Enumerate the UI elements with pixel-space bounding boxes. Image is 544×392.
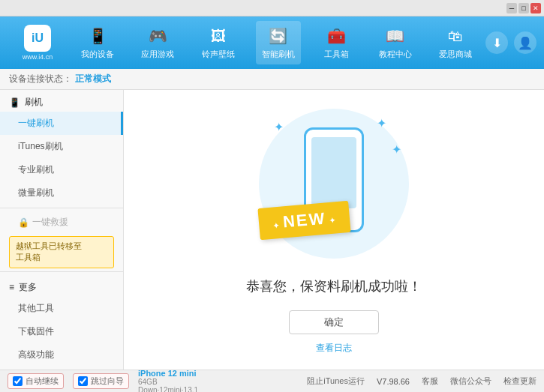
sidebar-item-advanced[interactable]: 高级功能 bbox=[0, 343, 123, 367]
maximize-button[interactable]: □ bbox=[518, 3, 529, 13]
flash-section-title: 刷机 bbox=[25, 96, 43, 109]
nav-smart-flash-label: 智能刷机 bbox=[262, 49, 295, 60]
sidebar-item-other-tools[interactable]: 其他工具 bbox=[0, 297, 123, 320]
header-actions: ⬇ 👤 bbox=[485, 31, 536, 54]
ringtone-icon: 🖼 bbox=[208, 25, 229, 46]
sidebar-section-flash: 📱 刷机 bbox=[0, 90, 123, 112]
bottom-left: 自动继续 跳过向导 iPhone 12 mini 64GB Down·12min… bbox=[8, 369, 307, 393]
sparkle-3: ✦ bbox=[392, 142, 401, 157]
nav-smart-flash[interactable]: 🔄 智能刷机 bbox=[256, 21, 301, 64]
logo[interactable]: iU www.i4.cn bbox=[8, 25, 68, 61]
skip-wizard-group: 跳过向导 bbox=[73, 373, 129, 389]
logo-icon: iU bbox=[24, 25, 51, 52]
nav-store[interactable]: 🛍 爱思商城 bbox=[433, 21, 478, 64]
header: iU www.i4.cn 📱 我的设备 🎮 应用游戏 🖼 铃声壁纸 🔄 智能刷机… bbox=[0, 16, 544, 69]
toolbox-icon: 🧰 bbox=[326, 25, 347, 46]
sparkle-2: ✦ bbox=[377, 116, 386, 130]
version-text: V7.98.66 bbox=[377, 377, 410, 386]
nav-tutorial[interactable]: 📖 教程中心 bbox=[373, 21, 418, 64]
auto-flash-checkbox[interactable] bbox=[13, 376, 23, 386]
minimize-button[interactable]: ─ bbox=[506, 3, 517, 13]
device-info: iPhone 12 mini 64GB Down·12mini·13,1 bbox=[138, 369, 198, 393]
stop-itunes-link[interactable]: 阻止iTunes运行 bbox=[307, 376, 365, 387]
more-section-title: 更多 bbox=[19, 281, 37, 294]
sparkle-1: ✦ bbox=[274, 120, 284, 134]
nav-bar: 📱 我的设备 🎮 应用游戏 🖼 铃声壁纸 🔄 智能刷机 🧰 工具箱 📖 教程中心… bbox=[68, 21, 485, 64]
download-button[interactable]: ⬇ bbox=[485, 31, 508, 54]
device-name: iPhone 12 mini bbox=[138, 369, 198, 378]
nav-store-label: 爱思商城 bbox=[439, 49, 472, 60]
sidebar-note-jailbreak: 越狱工具已转移至工具箱 bbox=[9, 236, 114, 268]
store-icon: 🛍 bbox=[445, 25, 466, 46]
flash-section-icon: 📱 bbox=[9, 97, 20, 108]
account-button[interactable]: 👤 bbox=[514, 31, 536, 54]
check-update-link[interactable]: 检查更新 bbox=[503, 376, 536, 387]
bottom-right: 阻止iTunes运行 V7.98.66 客服 微信公众号 检查更新 bbox=[307, 376, 536, 387]
success-message: 恭喜您，保资料刷机成功啦！ bbox=[246, 277, 422, 295]
more-section-icon: ≡ bbox=[9, 282, 14, 292]
wechat-link[interactable]: 微信公众号 bbox=[450, 376, 491, 387]
phone-screen bbox=[311, 137, 356, 208]
sidebar-item-download-firmware[interactable]: 下载固件 bbox=[0, 320, 123, 343]
view-log-link[interactable]: 查看日志 bbox=[316, 342, 352, 355]
content-area: ✦ ✦ ✦ NEW 恭喜您，保资料刷机成功啦！ 确定 查看日志 bbox=[124, 90, 544, 370]
device-firmware: Down·12mini·13,1 bbox=[138, 386, 198, 393]
smart-flash-icon: 🔄 bbox=[268, 25, 289, 46]
sidebar: 📱 刷机 一键刷机 iTunes刷机 专业刷机 微量刷机 🔒 一键救援 越狱工具… bbox=[0, 90, 124, 370]
title-bar: ─ □ ✕ bbox=[0, 0, 544, 16]
sidebar-item-pro-flash[interactable]: 专业刷机 bbox=[0, 158, 123, 181]
device-storage: 64GB bbox=[138, 378, 198, 386]
lock-icon: 🔒 bbox=[18, 217, 29, 228]
close-button[interactable]: ✕ bbox=[530, 3, 541, 13]
nav-apps[interactable]: 🎮 应用游戏 bbox=[135, 21, 180, 64]
tutorial-icon: 📖 bbox=[385, 25, 406, 46]
status-label: 设备连接状态： bbox=[9, 73, 72, 85]
sidebar-item-restore-flash[interactable]: 微量刷机 bbox=[0, 181, 123, 205]
auto-flash-group: 自动继续 bbox=[8, 373, 64, 389]
confirm-button[interactable]: 确定 bbox=[289, 310, 379, 334]
nav-toolbox[interactable]: 🧰 工具箱 bbox=[316, 21, 357, 64]
logo-url: www.i4.cn bbox=[23, 53, 53, 61]
sidebar-divider-1 bbox=[0, 208, 123, 208]
sidebar-section-more: ≡ 更多 bbox=[0, 275, 123, 297]
customer-service-link[interactable]: 客服 bbox=[422, 376, 438, 387]
apps-icon: 🎮 bbox=[147, 25, 168, 46]
bottom-bar: 自动继续 跳过向导 iPhone 12 mini 64GB Down·12min… bbox=[0, 370, 544, 392]
sidebar-divider-2 bbox=[0, 271, 123, 272]
nav-my-device[interactable]: 📱 我的设备 bbox=[75, 21, 120, 64]
nav-my-device-label: 我的设备 bbox=[81, 49, 114, 60]
nav-ringtone[interactable]: 🖼 铃声壁纸 bbox=[196, 21, 241, 64]
status-bar: 设备连接状态： 正常模式 bbox=[0, 69, 544, 90]
skip-wizard-label: 跳过向导 bbox=[91, 376, 124, 387]
success-illustration: ✦ ✦ ✦ NEW bbox=[251, 105, 416, 262]
status-value: 正常模式 bbox=[75, 73, 111, 85]
auto-flash-label: 自动继续 bbox=[26, 376, 59, 387]
sidebar-item-itunes-flash[interactable]: iTunes刷机 bbox=[0, 135, 123, 158]
nav-toolbox-label: 工具箱 bbox=[324, 49, 349, 60]
skip-wizard-checkbox[interactable] bbox=[78, 376, 88, 386]
nav-ringtone-label: 铃声壁纸 bbox=[202, 49, 235, 60]
my-device-icon: 📱 bbox=[87, 25, 108, 46]
sidebar-section-one-rescue: 🔒 一键救援 bbox=[0, 211, 123, 233]
nav-apps-label: 应用游戏 bbox=[141, 49, 174, 60]
logo-icon-text: iU bbox=[32, 31, 44, 45]
sidebar-item-one-click[interactable]: 一键刷机 bbox=[0, 112, 123, 135]
main-layout: 📱 刷机 一键刷机 iTunes刷机 专业刷机 微量刷机 🔒 一键救援 越狱工具… bbox=[0, 90, 544, 370]
nav-tutorial-label: 教程中心 bbox=[379, 49, 412, 60]
